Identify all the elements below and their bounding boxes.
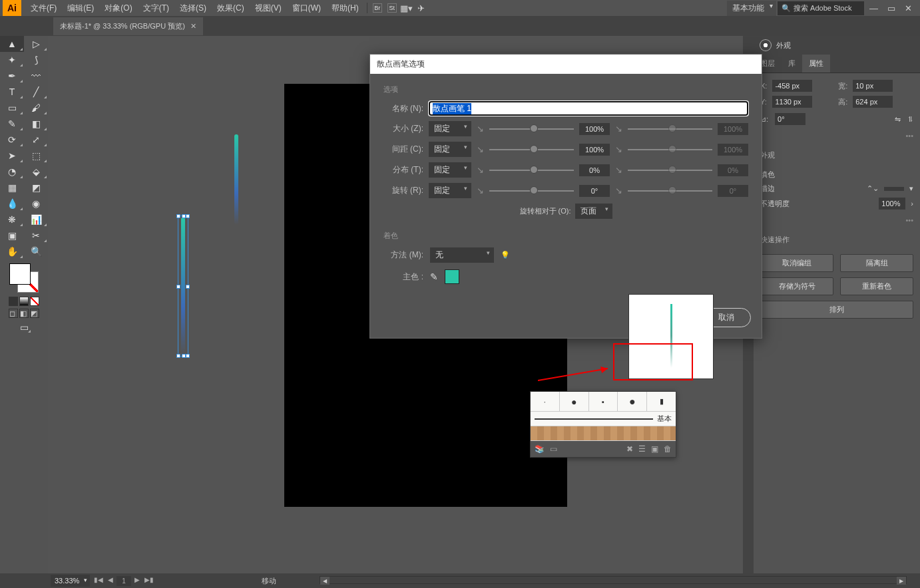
tab-properties[interactable]: 属性 [802,55,830,73]
close-tab-icon[interactable]: ✕ [190,22,196,31]
tip-icon[interactable]: 💡 [501,251,510,259]
menu-help[interactable]: 帮助(H) [326,1,364,16]
close-button[interactable]: ✕ [905,3,912,13]
delete-brush-icon[interactable]: 🗑 [664,444,672,454]
menu-file[interactable]: 文件(F) [25,1,62,16]
gpu-icon[interactable]: ✈ [414,2,429,14]
last-artboard-icon[interactable]: ▶▮ [143,576,155,586]
draw-normal-icon[interactable]: ◻ [9,309,18,318]
prev-artboard-icon[interactable]: ◀ [107,576,115,586]
scatter-slider[interactable] [530,166,538,174]
w-input[interactable]: 10 px [853,80,893,92]
recolor-button[interactable]: 重新着色 [840,277,913,295]
pen-tool[interactable]: ✒ [0,68,24,84]
blend-tool[interactable]: ◉ [24,196,48,212]
shaper-tool[interactable]: ✎ [0,116,24,132]
opacity-input[interactable]: 100% [879,198,905,210]
menu-edit[interactable]: 编辑(E) [62,1,99,16]
angle-input[interactable]: 0° [775,113,805,125]
draw-behind-icon[interactable]: ◧ [19,309,29,318]
symbol-spray-tool[interactable]: ❋ [0,212,24,227]
horizontal-scrollbar[interactable]: ◀ ▶ [320,576,907,585]
size-slider[interactable] [530,124,538,132]
screen-mode-icon[interactable]: ▭ [16,321,32,334]
graph-tool[interactable]: 📊 [24,212,48,227]
scroll-right-button[interactable]: ▶ [897,577,906,585]
eyedropper-tool[interactable]: 💧 [0,196,24,212]
flip-h-icon[interactable]: ⇋ [895,115,901,124]
method-dropdown[interactable]: 无 [430,247,494,263]
hand-tool[interactable]: ✋ [0,243,24,259]
scale-tool[interactable]: ⤢ [24,132,48,148]
none-mode-icon[interactable] [30,297,39,306]
brush-name-input[interactable] [429,101,748,116]
h-input[interactable]: 624 px [853,96,893,108]
arrange-button[interactable]: 排列 [760,301,913,319]
size-mode-dropdown[interactable]: 固定 [429,121,471,136]
menu-view[interactable]: 视图(V) [250,1,287,16]
key-color-swatch[interactable] [445,269,459,284]
rectangle-tool[interactable]: ▭ [0,100,24,116]
free-transform-tool[interactable]: ⬚ [24,148,48,164]
menu-object[interactable]: 对象(O) [99,1,137,16]
workspace-dropdown[interactable]: 基本功能 [727,1,776,16]
scatter-mode-dropdown[interactable]: 固定 [429,162,471,178]
scatter-value-input[interactable]: 0% [579,164,610,176]
menu-select[interactable]: 选择(S) [174,1,212,16]
eraser-tool[interactable]: ◧ [24,116,48,132]
curvature-tool[interactable]: 〰 [24,68,48,84]
rotate-tool[interactable]: ⟳ [0,132,24,148]
save-symbol-button[interactable]: 存储为符号 [760,277,833,295]
stroke-stepper[interactable]: ⌃⌄ [867,184,879,193]
first-artboard-icon[interactable]: ▮◀ [93,576,105,586]
arrange-doc-icon[interactable]: ▦▾ [399,2,414,14]
scroll-left-button[interactable]: ◀ [320,577,330,585]
rotation-value-input[interactable]: 0° [579,185,610,197]
artboard-tool[interactable]: ▣ [0,227,24,243]
stroke-dd-icon[interactable]: ▾ [909,184,913,193]
brush-pattern-row[interactable] [531,426,676,441]
rotation-slider[interactable] [530,186,538,194]
mesh-tool[interactable]: ▦ [0,180,24,196]
spacing-mode-dropdown[interactable]: 固定 [429,142,471,157]
bridge-icon[interactable]: Br [370,2,385,14]
gradient-mode-icon[interactable] [19,297,29,306]
zoom-dropdown[interactable]: 33.33% [51,575,90,587]
artboard-number[interactable]: 1 [116,576,131,586]
direct-select-tool[interactable]: ▷ [24,36,48,52]
selection-tool[interactable]: ▲ [0,36,24,52]
fill-stroke-swatch[interactable] [8,262,40,294]
flip-v-icon[interactable]: ⥮ [907,115,913,124]
stock-icon[interactable]: St [385,2,399,14]
y-input[interactable]: 1130 px [772,96,812,108]
eyedropper-icon[interactable]: ✎ [430,271,438,282]
draw-inside-icon[interactable]: ◩ [30,309,39,318]
ungroup-button[interactable]: 取消编组 [760,254,833,272]
more-options-icon-2[interactable]: ••• [760,216,913,224]
minimize-button[interactable]: ― [869,3,878,13]
menu-effect[interactable]: 效果(C) [212,1,250,16]
size-value-input[interactable]: 100% [579,123,610,135]
slice-tool[interactable]: ✂ [24,227,48,243]
new-brush-icon[interactable]: ▣ [651,444,658,454]
brush-basic-row[interactable]: 基本 [531,412,676,426]
menu-type[interactable]: 文字(T) [138,1,174,16]
rotation-mode-dropdown[interactable]: 固定 [429,183,471,198]
stroke-width-input[interactable] [884,187,904,191]
magic-wand-tool[interactable]: ✦ [0,52,24,68]
paintbrush-tool[interactable]: 🖌 [24,100,48,116]
zoom-tool[interactable]: 🔍 [24,243,48,259]
spacing-value-input[interactable]: 100% [579,144,610,156]
brush-library-menu-icon[interactable]: ▭ [550,444,557,454]
shape-builder-tool[interactable]: ◔ [0,164,24,180]
spacing-slider[interactable] [530,145,538,153]
brush-options-icon[interactable]: ☰ [638,444,646,454]
rotate-relative-dropdown[interactable]: 页面 [575,204,612,219]
opacity-dd-icon[interactable]: › [911,200,913,208]
remove-stroke-icon[interactable]: ✖ [626,444,633,454]
type-tool[interactable]: T [0,84,24,100]
fill-swatch[interactable] [9,263,31,285]
brush-sample-row[interactable]: · ● ▪ ● ▮ [531,392,676,412]
x-input[interactable]: -458 px [772,80,812,92]
lasso-tool[interactable]: ⟆ [24,52,48,68]
